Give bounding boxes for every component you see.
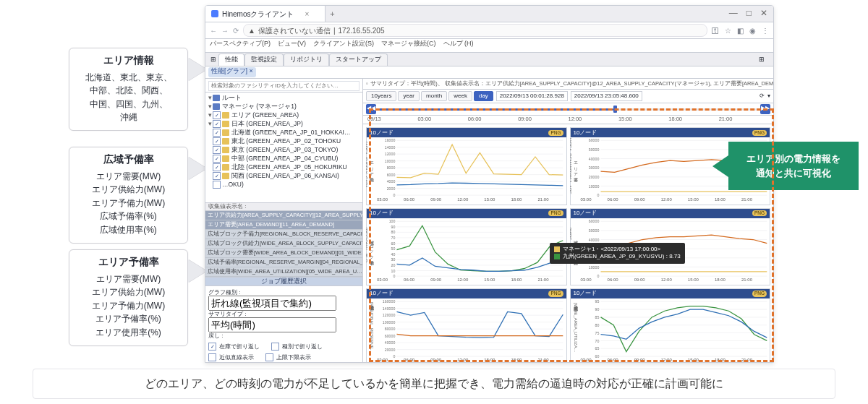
browser-tab[interactable]: Hinemosクライアント ×	[205, 6, 326, 22]
svg-text:65: 65	[595, 346, 599, 351]
png-badge[interactable]: PNG	[752, 210, 767, 216]
tree-area-item[interactable]: ✓中部 (GREEN_AREA_JP_04_CYUBU)	[205, 155, 362, 163]
menu-icon[interactable]: ▾	[767, 93, 770, 100]
menu-manager[interactable]: マネージャ接続(C)	[381, 40, 436, 51]
key-icon[interactable]: ⚿	[712, 26, 719, 35]
back-button[interactable]: ←	[210, 26, 217, 35]
tree-area-item[interactable]: ✓関西 (GREEN_AREA_JP_06_KANSAI)	[205, 172, 362, 181]
area-icon	[222, 147, 229, 153]
metric-list: エリア供給力[AREA_SUPPLY_CAPACITY][12_AREA_SUP…	[205, 211, 362, 277]
svg-text:100000: 100000	[383, 320, 396, 325]
date-from[interactable]: 2022/09/13 00:01:28.928	[496, 91, 568, 101]
png-badge[interactable]: PNG	[548, 130, 563, 136]
chart-summary-header: ▫ サマリタイプ：平均(時間)、 収集値表示名：エリア供給力[AREA_SUPP…	[363, 79, 773, 90]
next-button[interactable]: ▶▶	[760, 104, 770, 114]
metric-item[interactable]: 広域予備率[REGIONAL_RESERVE_MARGIN][04_REGION…	[205, 258, 362, 267]
reload-button[interactable]: ⟳	[233, 26, 239, 35]
tab-startup[interactable]: スタートアップ	[329, 53, 388, 66]
url-input[interactable]: ▲ 保護されていない通信 | 172.16.55.205	[243, 24, 707, 37]
png-badge[interactable]: PNG	[752, 291, 767, 296]
png-badge[interactable]: PNG	[548, 291, 563, 296]
chart-svg[interactable]: 1009080706050403020100	[375, 218, 566, 278]
prev-button[interactable]: ◀◀	[366, 104, 376, 114]
tab-repository[interactable]: リポジトリ	[284, 53, 329, 66]
view-tab-graph[interactable]: 性能[グラフ] ×	[208, 67, 256, 77]
chart-tooltip: マネージャ1・<2022/09/13 17:00:00> 九州(GREEN_AR…	[550, 243, 685, 264]
tab-overflow-icon[interactable]: ⊞	[753, 54, 770, 66]
callout-area-reserve: エリア予備率 エリア需要(MW) エリア供給力(MW) エリア予備力(MW) エ…	[69, 249, 188, 346]
menu-perspective[interactable]: パースペクティブ(P)	[210, 40, 271, 51]
checkbox[interactable]: ✓	[213, 172, 221, 180]
range-button-day[interactable]: day	[474, 91, 493, 101]
search-input[interactable]	[208, 81, 359, 91]
checkbox[interactable]: ✓	[213, 111, 221, 119]
checkbox[interactable]: ✓	[213, 155, 221, 163]
metric-item[interactable]: 広域ブロック供給力[WIDE_AREA_BLOCK_SUPPLY_CAPACIT…	[205, 239, 362, 249]
checkbox[interactable]: ✓	[213, 129, 221, 137]
star-icon[interactable]: ☆	[725, 26, 731, 35]
time-slider[interactable]	[379, 106, 757, 112]
svg-text:20000: 20000	[588, 175, 599, 179]
tree-more[interactable]: …OKU)	[205, 181, 362, 189]
metric-item[interactable]: 広域使用率[WIDE_AREA_UTILIZATION][05_WIDE_ARE…	[205, 267, 362, 277]
checkbox-limits[interactable]	[265, 353, 273, 361]
tab-monitor[interactable]: 監視設定	[244, 53, 284, 66]
range-button-week[interactable]: week	[448, 91, 472, 101]
date-to[interactable]: 2022/09/13 23:05:48.600	[571, 91, 642, 101]
metric-item[interactable]: エリア供給力[AREA_SUPPLY_CAPACITY][12_AREA_SUP…	[205, 211, 362, 220]
close-icon[interactable]: ×	[305, 9, 309, 19]
range-button-10years[interactable]: 10years	[366, 91, 396, 101]
png-badge[interactable]: PNG	[548, 210, 563, 216]
refresh-icon[interactable]: ⟳	[760, 93, 765, 100]
close-icon[interactable]: ×	[250, 67, 253, 74]
tab-toggle-icon[interactable]: ⊞	[208, 54, 218, 66]
tree-area-item[interactable]: ✓東北 (GREEN_AREA_JP_02_TOHOKU	[205, 137, 362, 146]
tree-area-group[interactable]: ▾✓エリア (GREEN_AREA)	[205, 111, 362, 120]
tree-root[interactable]: ▾ルート	[205, 94, 362, 103]
tab-performance[interactable]: 性能	[218, 53, 244, 66]
svg-text:90: 90	[595, 307, 599, 311]
menu-icon[interactable]: ⋮	[762, 26, 769, 35]
menu-help[interactable]: ヘルプ (H)	[443, 40, 474, 51]
checkbox-stock[interactable]: ✓	[208, 343, 216, 351]
checkbox[interactable]: ✓	[213, 163, 221, 171]
checkbox[interactable]: ✓	[213, 146, 221, 154]
tree-manager[interactable]: ▾マネージャ (マネージャ1)	[205, 103, 362, 111]
svg-text:6000: 6000	[387, 173, 396, 177]
metric-item[interactable]: 広域ブロック需要[WIDE_AREA_BLOCK_DEMAND][01_WIDE…	[205, 249, 362, 258]
svg-text:50: 50	[391, 246, 396, 251]
maximize-button[interactable]: □	[746, 8, 752, 20]
minimize-button[interactable]: —	[729, 8, 738, 20]
checkbox[interactable]: ✓	[213, 137, 221, 145]
metric-item[interactable]: 広域ブロック予備力[REGIONAL_BLOCK_RESERVE_CAPACIT…	[205, 230, 362, 239]
user-icon[interactable]: ◉	[749, 26, 756, 35]
checkbox-approx[interactable]	[208, 353, 216, 361]
job-history-header: ジョブ履歴選択	[205, 277, 362, 286]
range-button-year[interactable]: year	[398, 91, 420, 101]
tree-area-item[interactable]: ✓北海道 (GREEN_AREA_JP_01_HOKKAI…	[205, 129, 362, 137]
checkbox[interactable]	[213, 181, 221, 189]
ext-icon[interactable]: ◧	[737, 26, 744, 35]
x-axis: 03:0006:0009:0012:0015:0018:0021:00	[571, 358, 770, 363]
tree-area-item[interactable]: ✓東京 (GREEN_AREA_JP_03_TOKYO)	[205, 146, 362, 155]
menu-view[interactable]: ビュー(V)	[278, 40, 306, 51]
menu-client[interactable]: クライアント設定(S)	[313, 40, 374, 51]
chart-svg[interactable]: 9590858075706560	[579, 298, 770, 358]
checkbox[interactable]: ✓	[213, 120, 221, 128]
tree-area-item[interactable]: ✓北陸 (GREEN_AREA_JP_05_HOKURIKU	[205, 163, 362, 172]
range-button-month[interactable]: month	[421, 91, 447, 101]
metric-item[interactable]: エリア需要[AREA_DEMAND][11_AREA_DEMAND]	[205, 220, 362, 230]
png-badge[interactable]: PNG	[752, 130, 767, 136]
chart-svg[interactable]: 1600014000120001000080006000400020000	[375, 137, 566, 197]
forward-button[interactable]: →	[221, 26, 229, 35]
expand-icon[interactable]: ▫	[366, 80, 368, 87]
area-icon	[222, 164, 229, 171]
checkbox-type[interactable]	[271, 343, 279, 351]
callout-body: エリア需要(MW) エリア供給力(MW) エリア予備力(MW) 広域予備率(%)…	[78, 170, 179, 237]
x-axis: 03:0006:0009:0012:0015:0018:0021:00	[367, 197, 566, 205]
svg-text:14000: 14000	[385, 145, 396, 150]
chart-svg[interactable]: 1600001400001200001000008000060000400002…	[375, 298, 566, 358]
new-tab-button[interactable]: +	[326, 9, 339, 19]
tree-jp[interactable]: ▾✓日本 (GREEN_AREA_JP)	[205, 120, 362, 129]
close-button[interactable]: ✕	[760, 8, 767, 20]
